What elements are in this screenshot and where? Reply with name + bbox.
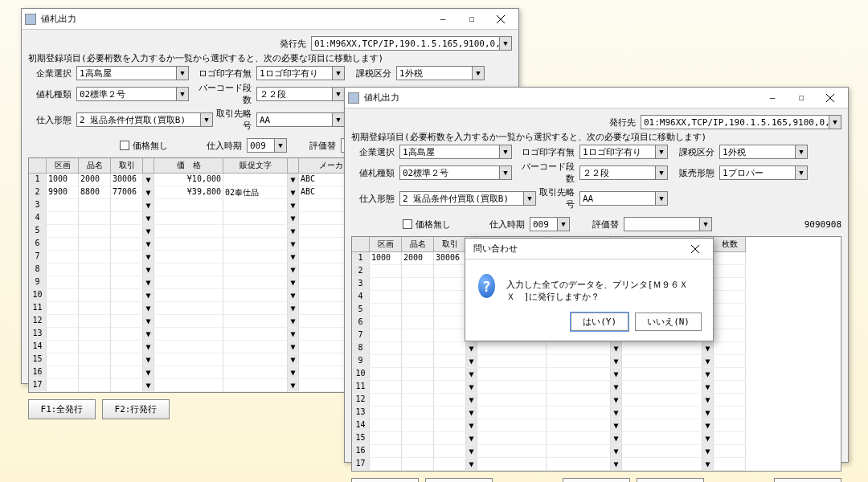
chevron-down-icon: ▼ (557, 218, 569, 231)
company-label: 企業選択 (28, 67, 73, 80)
chevron-down-icon: ▼ (655, 166, 667, 179)
destination-combo[interactable]: 01:M96XX,TCP/IP,190.1.5.165,9100,0,0▼ (311, 36, 512, 51)
barcode-combo[interactable]: ２２段▼ (579, 165, 668, 180)
logo-label: ロゴ印字有無 (515, 146, 576, 158)
dialog-close-button[interactable] (681, 240, 710, 258)
chevron-down-icon: ▼ (499, 145, 511, 158)
price-type-label: 値札種類 (28, 88, 73, 100)
dialog-titlebar[interactable]: 問い合わせ (465, 239, 713, 259)
app-icon (25, 14, 36, 25)
barcode-combo[interactable]: ２２段▼ (256, 87, 345, 101)
tax-combo[interactable]: 1外税▼ (719, 145, 808, 159)
window-title: 値札出力 (41, 13, 428, 25)
purchase-form-combo[interactable]: 2 返品条件付買取(買取B)▼ (399, 191, 536, 206)
chevron-down-icon: ▼ (523, 192, 535, 205)
chevron-down-icon: ▼ (472, 67, 484, 80)
period-label: 仕入時期 (207, 140, 244, 152)
purchase-form-combo[interactable]: 2 返品条件付買取(買取B)▼ (76, 112, 213, 127)
logo-combo[interactable]: 1ロゴ印字有り▼ (579, 145, 668, 159)
table-row[interactable]: 10▼▼▼ (352, 368, 841, 381)
counter-display: 9090908 (805, 219, 841, 230)
table-row[interactable]: 12▼▼▼ (352, 394, 841, 406)
logo-label: ロゴ印字有無 (192, 67, 253, 80)
chevron-down-icon: ▼ (829, 116, 841, 129)
sale-combo[interactable]: 1プロパー▼ (719, 165, 808, 180)
minimize-button[interactable]: ― (428, 10, 457, 28)
tax-label: 課税区分 (348, 67, 393, 80)
no-price-checkbox[interactable]: 価格無し (403, 219, 451, 231)
chevron-down-icon: ▼ (499, 37, 511, 50)
chevron-down-icon: ▼ (200, 113, 212, 126)
price-type-combo[interactable]: 02標準２号▼ (76, 87, 189, 101)
chevron-down-icon: ▼ (795, 166, 807, 179)
app-icon (348, 92, 359, 104)
chevron-down-icon: ▼ (274, 139, 286, 152)
company-combo[interactable]: 1高島屋▼ (399, 145, 512, 159)
vendor-combo[interactable]: AA▼ (256, 112, 345, 127)
price-type-label: 値札種類 (351, 167, 396, 179)
chevron-down-icon: ▼ (176, 67, 188, 80)
titlebar[interactable]: 値札出力 ― ☐ (22, 9, 518, 30)
vendor-combo[interactable]: AA▼ (579, 191, 668, 206)
barcode-label: バーコード段数 (192, 82, 253, 106)
table-row[interactable]: 15▼▼▼ (352, 432, 841, 445)
table-row[interactable]: 17▼▼▼ (352, 458, 841, 471)
company-label: 企業選択 (351, 146, 396, 158)
f6-delete-all-button[interactable]: F6:全削除 (637, 478, 704, 482)
table-row[interactable]: 16▼▼▼ (352, 445, 841, 458)
f2-issue-row-button[interactable]: F2:行発行 (425, 478, 493, 482)
company-combo[interactable]: 1高島屋▼ (76, 66, 189, 80)
f2-issue-row-button[interactable]: F2:行発行 (102, 399, 170, 419)
f1-issue-all-button[interactable]: F1:全発行 (28, 399, 96, 419)
chevron-down-icon: ▼ (655, 192, 667, 205)
maximize-button[interactable]: ☐ (457, 10, 486, 28)
period-combo[interactable]: 009▼ (530, 217, 570, 231)
chevron-down-icon: ▼ (332, 67, 344, 80)
period-combo[interactable]: 009▼ (247, 138, 287, 153)
titlebar[interactable]: 値札出力 ― ☐ (345, 88, 848, 108)
question-icon: ? (478, 274, 495, 298)
purchase-form-label: 仕入形態 (28, 114, 73, 126)
sale-label: 販売形態 (671, 167, 716, 179)
table-row[interactable]: 9▼▼▼ (352, 355, 841, 368)
vendor-label: 取引先略号 (216, 108, 253, 132)
logo-combo[interactable]: 1ロゴ印字有り▼ (256, 66, 345, 80)
tax-combo[interactable]: 1外税▼ (396, 66, 485, 80)
chevron-down-icon: ▼ (332, 113, 344, 126)
barcode-label: バーコード段数 (515, 161, 576, 185)
destination-label: 発行先 (609, 116, 637, 129)
chevron-down-icon: ▼ (655, 145, 667, 158)
close-button[interactable] (816, 89, 845, 107)
chevron-down-icon: ▼ (332, 88, 344, 100)
dialog-no-button[interactable]: いいえ(N) (635, 312, 702, 331)
table-row[interactable]: 14▼▼▼ (352, 419, 841, 432)
dialog-yes-button[interactable]: はい(Y) (571, 312, 628, 331)
purchase-form-label: 仕入形態 (351, 193, 396, 205)
table-row[interactable]: 13▼▼▼ (352, 406, 841, 419)
table-row[interactable]: 8▼▼▼ (352, 342, 841, 355)
tax-label: 課税区分 (671, 146, 716, 158)
window-title: 値札出力 (364, 92, 758, 104)
dialog-message: 入力した全てのデータを、プリンタ[Ｍ９６ＸＸ ]に発行しますか？ (506, 274, 697, 303)
period-label: 仕入時期 (489, 219, 526, 231)
reval-label: 評価替 (309, 140, 338, 152)
dialog-title: 問い合わせ (469, 243, 681, 255)
f1-issue-all-button[interactable]: F1:全発行 (351, 478, 419, 482)
no-price-checkbox[interactable]: 価格無し (120, 140, 168, 152)
chevron-down-icon: ▼ (699, 218, 711, 231)
maximize-button[interactable]: ☐ (787, 89, 816, 107)
reval-label: 評価替 (592, 219, 620, 231)
chevron-down-icon: ▼ (795, 145, 807, 158)
reval-combo[interactable]: ▼ (624, 217, 712, 231)
f5-delete-row-button[interactable]: F5:行削除 (563, 478, 630, 482)
confirm-dialog: 問い合わせ ? 入力した全てのデータを、プリンタ[Ｍ９６ＸＸ ]に発行しますか？… (465, 238, 714, 341)
minimize-button[interactable]: ― (758, 89, 787, 107)
price-type-combo[interactable]: 02標準２号▼ (399, 165, 512, 180)
init-group-label: 初期登録項目(必要桁数を入力するか一覧から選択すると、次の必要な項目に移動します… (28, 52, 512, 64)
destination-combo[interactable]: 01:M96XX,TCP/IP,190.1.5.165,9100,0,0▼ (641, 115, 841, 129)
close-button[interactable] (486, 10, 515, 28)
f10-back-button[interactable]: F10:戻る (774, 478, 841, 482)
table-row[interactable]: 11▼▼▼ (352, 381, 841, 394)
vendor-label: 取引先略号 (539, 186, 576, 210)
chevron-down-icon: ▼ (499, 166, 511, 179)
